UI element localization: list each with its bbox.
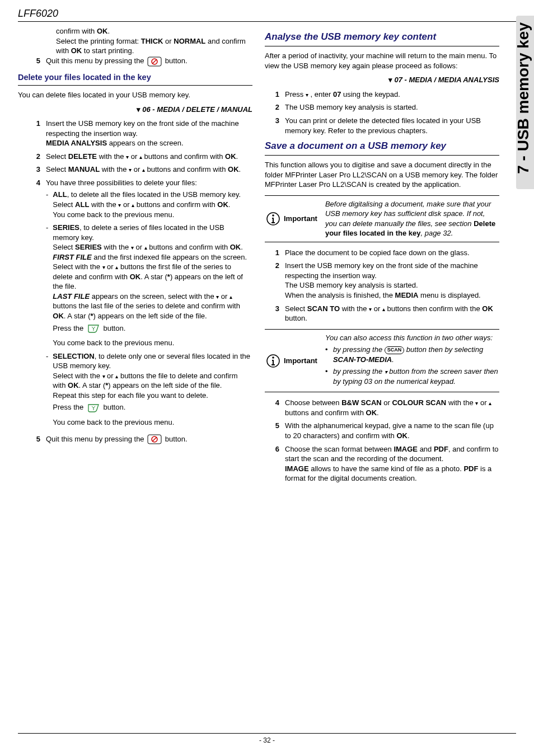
list-item: 2 The USB memory key analysis is started… [271, 102, 499, 112]
delete-intro-text: You can delete files located in your USB… [18, 90, 252, 100]
text: and [418, 445, 434, 453]
step-body: Place the document to be copied face dow… [285, 248, 499, 258]
step-body: Select DELETE with the or buttons and co… [46, 152, 252, 162]
text: or [132, 165, 142, 173]
step-body: Choose the scan format between IMAGE and… [285, 444, 499, 483]
text: with the [97, 152, 126, 161]
scan-key-icon: SCAN [385, 346, 405, 354]
important-label: Important [284, 214, 317, 224]
text: SELECTION [53, 352, 94, 360]
heading-save: Save a document on a USB memory key [265, 140, 499, 156]
step-number: 2 [271, 102, 279, 112]
text: With the alphanumerical keypad, give a n… [285, 421, 494, 440]
svg-point-7 [272, 214, 274, 217]
text: PDF [463, 464, 478, 473]
text: or [105, 372, 116, 380]
important-icon [266, 354, 280, 368]
step-body: You have three possibilities to delete y… [46, 178, 252, 431]
text: to start printing. [82, 46, 134, 55]
text: . [228, 200, 231, 209]
text: Choose the scan format between [285, 445, 394, 453]
text: OK [71, 46, 82, 55]
list-item: 2 Insert the USB memory key on the front… [271, 261, 499, 300]
important-icon [266, 212, 280, 226]
step-number: 1 [32, 119, 40, 148]
left-intro-block: confirm with OK. Select the printing for… [18, 26, 252, 56]
list-item: SELECTION, to delete only one or several… [46, 351, 252, 428]
text: Select [46, 152, 68, 161]
text: button. [165, 57, 188, 65]
step-body: Select MANUAL with the or buttons and co… [46, 165, 252, 175]
left-steplist-top: 5 Quit this menu by pressing the button. [32, 56, 252, 67]
text: 07 [333, 90, 341, 98]
step-number: 2 [32, 152, 40, 162]
step-number: 5 [32, 434, 40, 445]
text: OK [396, 431, 407, 440]
list-item: 1 Place the document to be copied face d… [271, 248, 499, 258]
text: Select with the [53, 372, 102, 380]
step-body: Quit this menu by pressing the button. [46, 56, 252, 67]
step-number: 2 [271, 261, 279, 300]
page-header: LFF6020 [18, 7, 516, 22]
text: or [372, 304, 382, 313]
list-item: 5 Quit this menu by pressing the button. [32, 56, 252, 67]
important-box-2: Important You can also access this funct… [265, 329, 499, 393]
text: using the keypad. [341, 90, 400, 98]
important-text: Before digitalising a document, make sur… [321, 199, 498, 238]
text: or [382, 398, 392, 407]
text: , enter [308, 90, 333, 98]
text: Press the [53, 324, 86, 332]
text: . [241, 243, 243, 251]
text: Quit this menu by pressing the [46, 57, 146, 65]
list-item: 6 Choose the scan format between IMAGE a… [271, 444, 499, 483]
text: B&W SCAN [341, 398, 382, 407]
text: ) appears on the left side of the file. [108, 381, 222, 389]
right-column: Analyse the USB memory key content After… [265, 26, 516, 733]
step-body: Select SCAN TO with the or buttons then … [285, 304, 499, 323]
bullet-list: by pressing the SCAN button then by sele… [325, 345, 498, 386]
step-number: 4 [32, 178, 40, 431]
step-number: 3 [271, 304, 279, 323]
text: button. [285, 314, 307, 322]
save-steps-b: 4 Choose between B&W SCAN or COLOUR SCAN… [271, 398, 499, 483]
analyse-intro: After a period of inactivity, your machi… [265, 51, 499, 71]
text: You have three possibilities to delete y… [46, 179, 197, 187]
text: with the [100, 165, 129, 173]
text: SERIES [53, 223, 79, 232]
step-number: 6 [271, 444, 279, 483]
text: or [478, 398, 489, 407]
text: confirm with [56, 27, 97, 35]
save-steps-a: 1 Place the document to be copied face d… [271, 248, 499, 323]
text: , page 32. [420, 229, 453, 237]
text: ) appears on the left side of the file. [93, 312, 207, 320]
text: Quit this menu by pressing the [46, 435, 146, 443]
text: Select [53, 243, 75, 251]
text: Before digitalising a document, make sur… [325, 200, 491, 228]
text: with the [446, 398, 475, 407]
text: Insert the USB memory key on the front s… [46, 119, 239, 138]
list-item: 1 Insert the USB memory key on the front… [32, 119, 252, 148]
list-item: by pressing the button from the screen s… [325, 367, 498, 386]
text: Repeat this step for each file you want … [53, 391, 208, 400]
text: OK [482, 304, 493, 313]
list-item: 4 Choose between B&W SCAN or COLOUR SCAN… [271, 398, 499, 417]
analyse-steps: 1 Press , enter 07 using the keypad. 2 T… [271, 90, 499, 135]
menu-path-06: 06 - MEDIA / DELETE / MANUAL [18, 105, 252, 115]
text: menu is displayed. [418, 291, 480, 299]
text: SERIES [75, 243, 102, 251]
sub-list: ALL, to delete all the files located in … [46, 190, 252, 427]
stop-button-icon [147, 434, 162, 444]
text: with the [89, 200, 118, 209]
step-number: 3 [32, 165, 40, 175]
text: , to delete all the files located in the… [67, 190, 241, 199]
list-item: by pressing the SCAN button then by sele… [325, 345, 498, 364]
text: or [129, 152, 139, 161]
text: SCAN-TO-MEDIA [333, 355, 392, 364]
text: appears on the screen. [107, 139, 184, 147]
text: FIRST FILE [53, 253, 91, 261]
text: or [219, 292, 229, 300]
heading-analyse: Analyse the USB memory key content [265, 31, 499, 46]
up-arrow-icon [489, 398, 491, 407]
text: OK [217, 200, 228, 209]
step-body: With the alphanumerical keypad, give a n… [285, 421, 499, 440]
